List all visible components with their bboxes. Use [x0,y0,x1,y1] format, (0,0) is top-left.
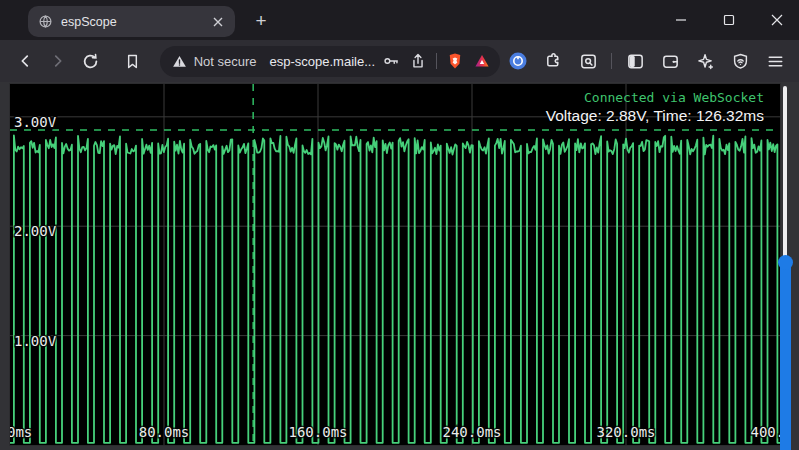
close-icon [771,14,783,26]
wallet-button[interactable] [658,49,682,73]
not-secure-warning-icon [172,54,187,69]
menu-button[interactable] [763,49,787,73]
svg-text:3.00V: 3.00V [14,114,57,130]
window-maximize-button[interactable] [719,10,739,30]
divider [436,53,437,69]
svg-text:240.0ms: 240.0ms [442,424,501,440]
forward-button[interactable] [44,47,70,75]
vpn-button[interactable] [728,49,752,73]
sidebar-toggle-button[interactable] [623,49,647,73]
new-tab-button[interactable]: + [249,9,273,33]
window-minimize-button[interactable] [671,10,691,30]
oscilloscope-canvas[interactable]: 3.00V2.00V1.00V0ms80.0ms160.0ms240.0ms32… [10,84,780,445]
browser-toolbar: Not secure esp-scope.maile... [0,40,799,82]
search-window-icon [579,52,598,71]
reload-icon [81,52,100,71]
browser-titlebar: espScope + [0,0,799,40]
share-icon[interactable] [409,52,427,70]
forward-icon [49,52,67,70]
security-label: Not secure [194,54,257,69]
leo-ai-button[interactable] [693,49,717,73]
hamburger-menu-icon [766,52,785,71]
sparkle-icon [696,52,715,71]
back-icon [16,52,34,70]
scope-slider-track[interactable] [783,86,787,263]
brave-shield-icon[interactable] [446,52,464,70]
svg-text:400.0ms: 400.0ms [750,424,780,440]
url-text: esp-scope.maile... [270,54,376,69]
search-panel-button[interactable] [576,49,600,73]
sidebar-icon [626,52,645,71]
shield-vpn-icon [731,52,750,71]
address-bar[interactable]: Not secure esp-scope.maile... [160,46,500,77]
svg-text:0ms: 0ms [10,424,32,440]
extension-button[interactable] [506,49,530,73]
maximize-icon [723,14,735,26]
svg-text:2.00V: 2.00V [14,223,57,239]
page-content: 3.00V2.00V1.00V0ms80.0ms160.0ms240.0ms32… [0,82,799,450]
divider [611,53,612,69]
extensions-menu-button[interactable] [541,49,565,73]
puzzle-icon [544,52,563,71]
svg-text:320.0ms: 320.0ms [596,424,655,440]
reload-button[interactable] [77,47,103,75]
tab-close-button[interactable] [209,13,227,31]
minimize-icon [675,14,687,26]
password-key-icon[interactable] [382,52,400,70]
window-close-button[interactable] [767,10,787,30]
scope-slider-fill[interactable] [780,263,791,450]
waveform-plot: 3.00V2.00V1.00V0ms80.0ms160.0ms240.0ms32… [10,84,780,445]
browser-tab[interactable]: espScope [28,6,235,37]
svg-text:80.0ms: 80.0ms [139,424,190,440]
back-button[interactable] [12,47,38,75]
wallet-icon [661,52,680,71]
svg-text:1.00V: 1.00V [14,333,57,349]
globe-favicon-icon [38,14,53,29]
extension-icon [508,51,528,71]
scope-slider-thumb[interactable] [778,255,793,270]
close-icon [213,17,223,27]
bookmark-icon [124,53,141,70]
svg-text:160.0ms: 160.0ms [288,424,347,440]
brave-rewards-bat-icon[interactable] [473,52,491,70]
tab-title: espScope [61,15,209,29]
bookmark-button[interactable] [119,47,145,75]
